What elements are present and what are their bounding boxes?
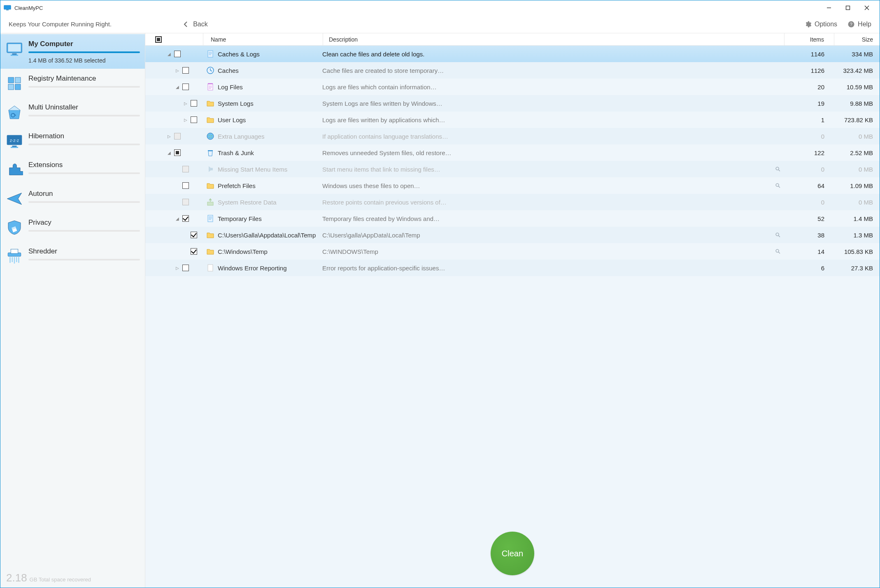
row-name: C:\Users\Galla\Appdata\Local\Temp bbox=[218, 232, 322, 239]
row-checkbox[interactable] bbox=[182, 182, 189, 189]
row-size: 9.88 MB bbox=[834, 100, 880, 107]
row-checkbox[interactable] bbox=[191, 248, 197, 255]
row-checkbox[interactable] bbox=[191, 116, 197, 123]
row-checkbox[interactable] bbox=[191, 232, 197, 238]
svg-rect-15 bbox=[15, 84, 21, 90]
hibernation-icon: z·z·z bbox=[5, 132, 23, 150]
row-checkbox[interactable] bbox=[191, 100, 197, 107]
table-header: Name Description Items Size bbox=[145, 33, 880, 46]
search-icon[interactable] bbox=[775, 183, 781, 188]
table-row[interactable]: ◢Caches & LogsClean cache files and dele… bbox=[145, 46, 880, 62]
table-row[interactable]: C:\Windows\TempC:\WINDOWS\Temp14105.83 K… bbox=[145, 243, 880, 260]
clean-button[interactable]: Clean bbox=[491, 532, 534, 575]
row-checkbox[interactable] bbox=[182, 215, 189, 222]
header-checkbox[interactable] bbox=[155, 36, 162, 43]
search-icon[interactable] bbox=[775, 249, 781, 254]
app-icon bbox=[4, 5, 11, 11]
toolbar: Keeps Your Computer Running Right. Back … bbox=[0, 15, 880, 33]
row-checkbox[interactable] bbox=[174, 149, 181, 156]
expander-open-icon[interactable]: ◢ bbox=[168, 52, 171, 56]
svg-rect-1 bbox=[6, 10, 9, 11]
expander-open-icon[interactable]: ◢ bbox=[176, 216, 179, 221]
svg-rect-32 bbox=[208, 51, 213, 57]
table-row[interactable]: ▷System LogsSystem Logs are files writte… bbox=[145, 95, 880, 112]
sidebar-item-label: Hibernation bbox=[28, 132, 140, 140]
svg-rect-40 bbox=[208, 83, 213, 84]
expander-closed-icon[interactable]: ▷ bbox=[184, 118, 187, 122]
help-button[interactable]: ? Help bbox=[847, 20, 871, 28]
sidebar-item-label: Registry Maintenance bbox=[28, 74, 140, 83]
app-title: CleanMyPC bbox=[14, 5, 43, 11]
svg-rect-20 bbox=[12, 146, 17, 147]
svg-line-56 bbox=[778, 235, 780, 237]
row-name: Log Files bbox=[218, 84, 322, 91]
table-row[interactable]: Prefetch FilesWindows uses these files t… bbox=[145, 177, 880, 194]
close-button[interactable] bbox=[857, 2, 876, 14]
col-desc-header[interactable]: Description bbox=[323, 36, 784, 43]
row-checkbox[interactable] bbox=[182, 265, 189, 271]
table-row[interactable]: ◢Trash & JunkRemoves unneeded System fil… bbox=[145, 144, 880, 161]
back-button[interactable]: Back bbox=[182, 20, 208, 28]
expander-closed-icon[interactable]: ▷ bbox=[176, 266, 179, 270]
help-icon: ? bbox=[847, 20, 855, 28]
row-items: 1126 bbox=[785, 67, 834, 74]
table-row[interactable]: ◢Log FilesLogs are files which contain i… bbox=[145, 79, 880, 95]
expander-open-icon[interactable]: ◢ bbox=[168, 151, 171, 155]
maximize-button[interactable] bbox=[838, 2, 857, 14]
sidebar-item-hibernation[interactable]: z·z·zHibernation bbox=[0, 126, 145, 155]
row-description: Logs are files written by applications w… bbox=[322, 116, 785, 123]
table-row[interactable]: Missing Start Menu ItemsStart menu items… bbox=[145, 161, 880, 177]
options-button[interactable]: Options bbox=[804, 20, 837, 28]
table-row[interactable]: ▷CachesCache files are created to store … bbox=[145, 62, 880, 79]
row-checkbox[interactable] bbox=[174, 51, 181, 57]
row-items: 14 bbox=[785, 248, 834, 255]
table-row[interactable]: C:\Users\Galla\Appdata\Local\TempC:\User… bbox=[145, 227, 880, 243]
row-name: Extra Languages bbox=[218, 133, 322, 140]
col-size-header[interactable]: Size bbox=[834, 36, 880, 43]
progress-bar bbox=[28, 201, 140, 203]
expander-open-icon[interactable]: ◢ bbox=[176, 85, 179, 89]
table-row[interactable]: ▷Windows Error ReportingError reports fo… bbox=[145, 260, 880, 276]
sidebar-item-extensions[interactable]: Extensions bbox=[0, 155, 145, 184]
row-checkbox[interactable] bbox=[182, 67, 189, 74]
registry-icon bbox=[5, 74, 23, 93]
svg-marker-22 bbox=[7, 193, 22, 205]
minimize-button[interactable] bbox=[819, 2, 838, 14]
row-name: Trash & Junk bbox=[218, 149, 322, 156]
sidebar-item-uninstaller[interactable]: Multi Uninstaller bbox=[0, 98, 145, 126]
row-name: Windows Error Reporting bbox=[218, 265, 322, 272]
sidebar-item-autorun[interactable]: Autorun bbox=[0, 184, 145, 213]
row-name: User Logs bbox=[218, 116, 322, 123]
table-row[interactable]: ▷Extra LanguagesIf application contains … bbox=[145, 128, 880, 144]
table-row[interactable]: ▷User LogsLogs are files written by appl… bbox=[145, 112, 880, 128]
sidebar-item-privacy[interactable]: Privacy bbox=[0, 213, 145, 242]
row-description: Start menu items that link to missing fi… bbox=[322, 166, 785, 173]
search-icon[interactable] bbox=[775, 166, 781, 172]
row-size: 723.82 KB bbox=[834, 116, 880, 123]
row-size: 105.83 KB bbox=[834, 248, 880, 255]
sidebar-item-registry[interactable]: Registry Maintenance bbox=[0, 69, 145, 98]
table-row[interactable]: System Restore DataRestore points contai… bbox=[145, 194, 880, 210]
sidebar-item-shredder[interactable]: Shredder bbox=[0, 242, 145, 270]
expander-closed-icon[interactable]: ▷ bbox=[176, 68, 179, 73]
row-size: 10.59 MB bbox=[834, 84, 880, 91]
my-computer-icon bbox=[5, 40, 23, 58]
table-row[interactable]: ◢Temporary FilesTemporary files created … bbox=[145, 210, 880, 227]
row-icon bbox=[203, 132, 218, 140]
search-icon[interactable] bbox=[775, 232, 781, 238]
row-checkbox[interactable] bbox=[182, 84, 189, 90]
col-items-header[interactable]: Items bbox=[785, 36, 834, 43]
row-size: 0 MB bbox=[834, 133, 880, 140]
expander-closed-icon[interactable]: ▷ bbox=[168, 134, 171, 139]
row-description: Cache files are created to store tempora… bbox=[322, 67, 785, 74]
sidebar-item-my-computer[interactable]: My Computer1.4 MB of 336.52 MB selected bbox=[0, 34, 145, 69]
expander-closed-icon[interactable]: ▷ bbox=[184, 101, 187, 106]
svg-text:z·z·z: z·z·z bbox=[10, 138, 19, 143]
sidebar-item-sub: 1.4 MB of 336.52 MB selected bbox=[28, 57, 140, 64]
col-name-header[interactable]: Name bbox=[203, 36, 323, 43]
svg-rect-45 bbox=[208, 150, 213, 151]
row-icon bbox=[203, 149, 218, 157]
progress-bar bbox=[28, 230, 140, 232]
svg-rect-9 bbox=[8, 44, 21, 51]
row-name: System Logs bbox=[218, 100, 322, 107]
